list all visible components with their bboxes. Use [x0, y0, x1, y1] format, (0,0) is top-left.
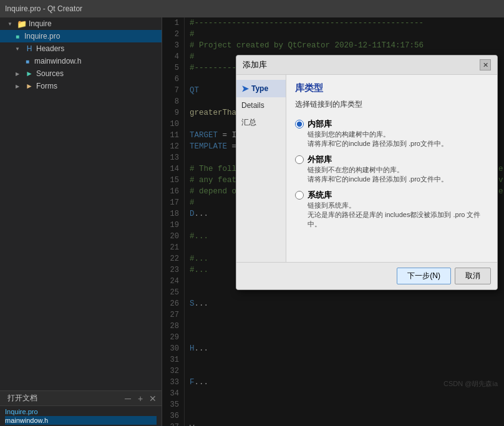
radio-external[interactable] [295, 155, 304, 164]
radio-label-external[interactable]: 外部库 [295, 154, 488, 165]
dialog-sidebar: ➤ Type Details 汇总 [236, 75, 286, 262]
radio-label-internal[interactable]: 内部库 [295, 119, 488, 130]
sidebar-summary-label: 汇总 [241, 117, 256, 128]
sidebar-type-label: Type [251, 84, 268, 93]
arrow-right-icon-sources [12, 69, 22, 79]
main-layout: 📁 Inquire ■ Inquire.pro H Headers ■ main… [0, 17, 504, 426]
radio-external-label: 外部库 [308, 154, 332, 165]
tree-item-headers[interactable]: H Headers [0, 42, 162, 55]
dialog-body: ➤ Type Details 汇总 库类型 选择链接到的库类型 [236, 75, 497, 262]
cancel-button[interactable]: 取消 [455, 268, 491, 284]
tree-label-inquire-pro: Inquire.pro [24, 32, 60, 41]
arrow-down-icon [5, 19, 15, 29]
dialog-close-button[interactable]: ✕ [480, 59, 491, 70]
radio-external-desc: 链接到不在您的构建树中的库。 请将库和它的include 路径添加到 .pro文… [308, 165, 488, 185]
tree-item-inquire-pro[interactable]: ■ Inquire.pro [0, 30, 162, 42]
open-docs-label: 打开文档 [2, 390, 42, 406]
tree-label-headers: Headers [36, 44, 64, 53]
tree-label-sources: Sources [36, 69, 64, 78]
open-doc-mainwindow-h[interactable]: mainwindow.h [5, 416, 157, 425]
radio-system-label: 系统库 [308, 190, 332, 201]
dialog-sidebar-details[interactable]: Details [236, 97, 286, 114]
dialog-subtitle: 选择链接到的库类型 [295, 99, 488, 110]
radio-internal-desc: 链接到您的构建树中的库。 请将库和它的include 路径添加到 .pro文件中… [308, 130, 488, 149]
radio-option-system: 系统库 链接到系统库。 无论是库的路径还是库的 includes都没被添加到 .… [295, 190, 488, 230]
arrow-right-icon-forms [12, 81, 22, 91]
dialog-title: 添加库 [243, 59, 267, 70]
radio-internal-label: 内部库 [308, 119, 332, 130]
tree-item-mainwindow-h[interactable]: ■ mainwindow.h [0, 55, 162, 67]
open-docs-panel: 打开文档 ─ + ✕ Inquire.pro mainwindow.h [0, 390, 162, 426]
add-library-dialog: 添加库 ✕ ➤ Type Details [236, 55, 498, 290]
tree-item-forms[interactable]: ► Forms [0, 80, 162, 92]
folder-sources-icon: ► [24, 69, 34, 79]
minimize-icon[interactable]: ─ [122, 392, 134, 405]
file-h-icon: ■ [22, 56, 32, 66]
arrow-down-icon-headers [12, 44, 22, 54]
sidebar-details-label: Details [241, 101, 264, 110]
radio-system[interactable] [295, 191, 304, 200]
dialog-footer: 下一步(N) 取消 [236, 262, 497, 289]
radio-label-system[interactable]: 系统库 [295, 190, 488, 201]
title-bar: Inquire.pro - Qt Creator [0, 0, 504, 17]
folder-icon: 📁 [17, 19, 27, 29]
open-docs-files: Inquire.pro mainwindow.h [0, 406, 162, 426]
folder-forms-icon: ► [24, 81, 34, 91]
file-pro-icon: ■ [12, 31, 22, 41]
expand-icon[interactable]: + [134, 392, 147, 405]
dialog-sidebar-summary[interactable]: 汇总 [236, 114, 286, 132]
dialog-section-title: 库类型 [295, 82, 488, 94]
tree-item-inquire[interactable]: 📁 Inquire [0, 17, 162, 30]
editor-area: 1 2 3 4 5 6 7 8 9 10 11 12 13 14 15 16 1… [162, 17, 504, 426]
radio-system-desc: 链接到系统库。 无论是库的路径还是库的 includes都没被添加到 .pro … [308, 201, 488, 230]
radio-option-external: 外部库 链接到不在您的构建树中的库。 请将库和它的include 路径添加到 .… [295, 154, 488, 185]
radio-internal[interactable] [295, 120, 304, 128]
close-panel-icon[interactable]: ✕ [147, 392, 159, 405]
dialog-content: 库类型 选择链接到的库类型 内部库 链接到您的构建树中的库。 请将库和它的inc… [286, 75, 497, 262]
tree-item-sources[interactable]: ► Sources [0, 67, 162, 80]
dialog-title-bar: 添加库 ✕ [236, 56, 497, 75]
dialog-sidebar-type[interactable]: ➤ Type [236, 80, 286, 97]
folder-headers-icon: H [24, 44, 34, 54]
tree-label-mainwindow-h: mainwindow.h [34, 57, 81, 65]
title-bar-text: Inquire.pro - Qt Creator [5, 4, 82, 13]
file-tree: 📁 Inquire ■ Inquire.pro H Headers ■ main… [0, 17, 162, 426]
dialog-overlay: 添加库 ✕ ➤ Type Details [162, 17, 504, 426]
tree-label-inquire: Inquire [29, 19, 52, 28]
bottom-tab-icons: ─ + ✕ [122, 392, 159, 405]
tree-label-forms: Forms [36, 82, 57, 90]
sidebar-arrow-icon: ➤ [241, 84, 249, 94]
open-docs-tabs: 打开文档 ─ + ✕ [0, 391, 162, 406]
radio-option-internal: 内部库 链接到您的构建树中的库。 请将库和它的include 路径添加到 .pr… [295, 119, 488, 149]
next-button[interactable]: 下一步(N) [397, 268, 451, 284]
open-doc-inquire-pro[interactable]: Inquire.pro [5, 407, 157, 416]
